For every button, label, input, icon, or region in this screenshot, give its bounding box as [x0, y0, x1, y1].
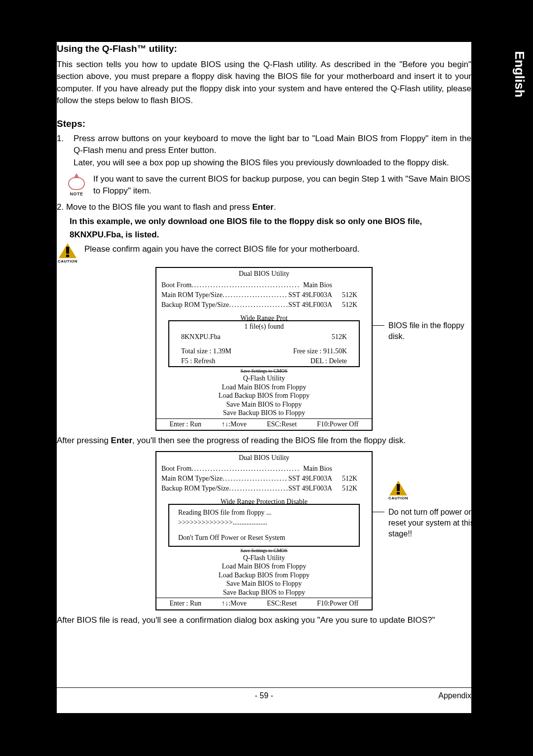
bios-screenshot-1: Dual BIOS Utility Boot From ............… — [57, 267, 471, 430]
step-2-line: 2. Move to the BIOS file you want to fla… — [57, 201, 471, 214]
qflash-subtitle-2: Q-Flash Utility — [156, 554, 372, 563]
popup-header: 1 file(s) found — [169, 321, 359, 332]
main-rom-size-2: 512K — [342, 474, 367, 484]
step-2-pre: 2. Move to the BIOS file you want to fla… — [57, 202, 252, 212]
qflash-subtitle: Q-Flash Utility — [156, 374, 372, 383]
menu-item-2b: Load Backup BIOS from Floppy — [156, 571, 372, 580]
boot-from-label-2: Boot From — [161, 464, 191, 474]
step-2-bold-note: In this example, we only download one BI… — [70, 215, 471, 241]
menu-item-2: Load Backup BIOS from Floppy — [156, 391, 372, 400]
popup-progress-bar: >>>>>>>>>>>>>>.................... — [178, 518, 350, 528]
main-rom-value: SST 49LF003A — [288, 290, 342, 300]
backup-rom-size: 512K — [342, 300, 367, 310]
foot-move-2: ↑↓:Move — [222, 599, 247, 608]
caution-label: CAUTION — [58, 259, 77, 265]
bios-cut-text-2: Save Settings to CMOS — [156, 548, 372, 554]
callout-1-text: BIOS file in the floppy disk. — [388, 320, 471, 341]
caution-icon: CAUTION — [57, 243, 78, 265]
foot-esc: ESC:Reset — [267, 419, 297, 429]
callout-1: BIOS file in the floppy disk. — [373, 320, 471, 341]
foot-esc-2: ESC:Reset — [267, 599, 297, 608]
page-number: - 59 - — [255, 690, 273, 701]
menu-item-3: Save Main BIOS to Floppy — [156, 400, 372, 409]
menu-item-1b: Load Main BIOS from Floppy — [156, 562, 372, 571]
caution-block-1: CAUTION Please confirm again you have th… — [57, 243, 471, 265]
after-text-1: After pressing Enter, you'll then see th… — [57, 435, 471, 447]
boot-from-label: Boot From — [161, 280, 191, 290]
menu-item-3b: Save Main BIOS to Floppy — [156, 579, 372, 588]
note-block: NOTE If you want to save the current BIO… — [66, 173, 471, 197]
foot-f10: F10:Power Off — [317, 419, 358, 429]
main-rom-size: 512K — [342, 290, 367, 300]
step-1: 1. Press arrow buttons on your keyboard … — [57, 133, 471, 169]
page-footer: - 59 - Appendix — [57, 687, 471, 701]
steps-heading: Steps: — [57, 117, 471, 131]
progress-popup: Reading BIOS file from floppy ... >>>>>>… — [168, 504, 360, 547]
main-rom-label: Main ROM Type/Size — [161, 290, 223, 300]
popup-del: DEL : Delete — [310, 356, 347, 366]
step-1-number: 1. — [57, 133, 67, 169]
section-heading: Using the Q-Flash™ utility: — [57, 42, 471, 56]
popup-total: Total size : 1.39M — [181, 346, 231, 356]
file-popup: 1 file(s) found 8KNXPU.Fba 512K Total si… — [168, 320, 360, 367]
menu-item-1: Load Main BIOS from Floppy — [156, 383, 372, 392]
caution-icon-2: CAUTION — [387, 481, 409, 501]
after1-post: , you'll then see the progress of readin… — [132, 436, 406, 445]
foot-f10-2: F10:Power Off — [317, 599, 358, 608]
bios-title-2: Dual BIOS Utility — [156, 452, 372, 464]
after-text-2: After BIOS file is read, you'll see a co… — [57, 614, 471, 627]
popup-reading: Reading BIOS file from floppy ... — [178, 508, 350, 518]
step-2-enter: Enter — [252, 202, 273, 212]
popup-filesize: 512K — [332, 332, 347, 342]
popup-free: Free size : 911.50K — [293, 346, 347, 356]
callout-2: CAUTION Do not turn off power or reset y… — [373, 481, 476, 539]
backup-rom-value: SST 49LF003A — [288, 300, 342, 310]
backup-rom-size-2: 512K — [342, 484, 367, 493]
language-tab: English — [506, 42, 533, 106]
foot-move: ↑↓:Move — [222, 419, 247, 429]
step-2-post: . — [273, 202, 276, 212]
menu-item-4b: Save Backup BIOS to Floppy — [156, 588, 372, 597]
note-text: If you want to save the current BIOS for… — [93, 173, 471, 197]
bios-title: Dual BIOS Utility — [156, 268, 372, 280]
backup-rom-label: Backup ROM Type/Size — [161, 300, 229, 310]
main-rom-value-2: SST 49LF003A — [288, 474, 342, 484]
note-icon: NOTE — [66, 173, 87, 197]
backup-rom-label-2: Backup ROM Type/Size — [161, 484, 229, 493]
step-1-text-a: Press arrow buttons on your keyboard to … — [74, 133, 471, 157]
bios-cut-text: Save Settings to CMOS — [156, 368, 372, 374]
intro-paragraph: This section tells you how to update BIO… — [57, 59, 471, 108]
boot-from-value: Main Bios — [303, 280, 342, 290]
note-label: NOTE — [70, 191, 83, 197]
popup-f5: F5 : Refresh — [181, 356, 215, 366]
foot-enter: Enter : Run — [170, 419, 202, 429]
main-rom-label-2: Main ROM Type/Size — [161, 474, 223, 484]
menu-item-4: Save Backup BIOS to Floppy — [156, 409, 372, 417]
boot-from-value-2: Main Bios — [303, 464, 342, 474]
bios-screenshot-2: Dual BIOS Utility Boot From ............… — [57, 451, 471, 610]
step-1-text-b: Later, you will see a box pop up showing… — [74, 157, 471, 169]
popup-warning: Don't Turn Off Power or Reset System — [178, 533, 350, 543]
after1-pre: After pressing — [57, 436, 111, 445]
caution-text-1: Please confirm again you have the correc… — [84, 243, 360, 256]
after1-enter: Enter — [111, 436, 132, 445]
page-content: Using the Q-Flash™ utility: This section… — [57, 42, 471, 713]
popup-filename: 8KNXPU.Fba — [181, 332, 221, 342]
backup-rom-value-2: SST 49LF003A — [288, 484, 342, 493]
appendix-label: Appendix — [438, 690, 471, 701]
caution-label-2: CAUTION — [388, 496, 408, 501]
language-tab-label: English — [512, 51, 527, 97]
callout-2-text: Do not turn off power or reset your syst… — [388, 507, 476, 539]
foot-enter-2: Enter : Run — [170, 599, 202, 608]
